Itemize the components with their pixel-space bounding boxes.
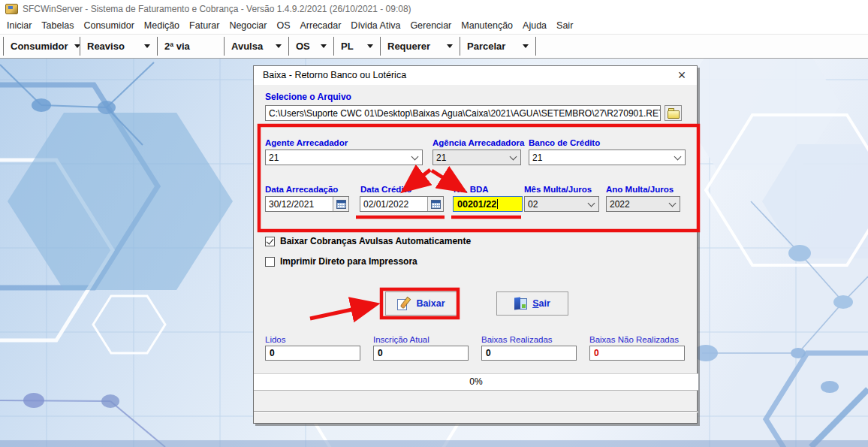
chevron-down-icon[interactable] bbox=[584, 197, 598, 211]
toolbar-button-2a-via[interactable]: 2ª via bbox=[158, 36, 224, 56]
checkbox-box[interactable] bbox=[265, 237, 275, 246]
pencil-document-icon bbox=[397, 297, 411, 310]
calendar-icon bbox=[431, 200, 441, 209]
data-arrecadacao-field[interactable]: 30/12/2021 bbox=[265, 196, 349, 212]
dialog-title: Baixa - Retorno Banco ou Lotérica bbox=[263, 70, 406, 80]
ano-multa-combobox[interactable]: 2022 bbox=[606, 196, 680, 212]
dialog-baixa-retorno: Baixa - Retorno Banco ou Lotérica × Sele… bbox=[253, 65, 698, 424]
text-cursor bbox=[497, 199, 498, 209]
close-icon[interactable]: × bbox=[673, 67, 691, 83]
agencia-value: 21 bbox=[433, 153, 506, 163]
checkbox-box[interactable] bbox=[265, 257, 275, 267]
banco-label: Banco de Crédito bbox=[529, 138, 600, 147]
toolbar-button-label: Consumidor bbox=[11, 41, 68, 52]
chevron-down-icon[interactable] bbox=[408, 150, 422, 165]
chevron-down-icon[interactable] bbox=[506, 150, 520, 165]
toolbar-button-requerer[interactable]: Requerer bbox=[381, 36, 460, 56]
mes-multa-combobox[interactable]: 02 bbox=[524, 196, 599, 212]
menu-item-os[interactable]: OS bbox=[276, 20, 290, 31]
chevron-down-icon[interactable] bbox=[671, 150, 685, 165]
menu-item-sair[interactable]: Sair bbox=[556, 20, 573, 31]
agente-value: 21 bbox=[266, 153, 408, 163]
mes-multa-value: 02 bbox=[525, 199, 584, 210]
toolbar: Consumidor Reaviso 2ª via Avulsa OS PL bbox=[0, 34, 868, 59]
baixar-button-label: Baixar bbox=[416, 298, 445, 309]
toolbar-button-consumidor[interactable]: Consumidor bbox=[4, 36, 80, 56]
agente-combobox[interactable]: 21 bbox=[265, 150, 423, 165]
menu-bar: Iniciar Tabelas Consumidor Medição Fatur… bbox=[0, 17, 868, 34]
agencia-label: Agência Arrecadadora bbox=[432, 138, 524, 147]
menu-item-medicao[interactable]: Medição bbox=[144, 20, 179, 31]
dropdown-arrow-icon bbox=[367, 44, 373, 48]
sair-button-label: Sair bbox=[532, 298, 550, 309]
toolbar-button-label: 2ª via bbox=[164, 41, 190, 52]
calendar-button[interactable] bbox=[333, 197, 348, 211]
dialog-titlebar[interactable]: Baixa - Retorno Banco ou Lotérica × bbox=[254, 66, 697, 86]
toolbar-button-avulsa[interactable]: Avulsa bbox=[225, 36, 288, 56]
browse-button[interactable] bbox=[665, 105, 682, 121]
toolbar-separator bbox=[535, 37, 536, 56]
divider bbox=[254, 411, 698, 412]
dropdown-arrow-icon bbox=[144, 44, 150, 48]
ano-multa-label: Ano Multa/Juros bbox=[606, 185, 674, 194]
toolbar-button-label: OS bbox=[296, 41, 310, 52]
file-label: Selecione o Arquivo bbox=[265, 92, 351, 102]
data-arrecadacao-value: 30/12/2021 bbox=[266, 199, 333, 210]
menu-item-iniciar[interactable]: Iniciar bbox=[7, 20, 32, 31]
dropdown-arrow-icon bbox=[447, 44, 453, 48]
data-credito-value: 02/01/2022 bbox=[360, 199, 427, 210]
lidos-label: Lidos bbox=[265, 335, 286, 344]
data-arrecadacao-label: Data Arrecadação bbox=[265, 185, 338, 194]
dropdown-arrow-icon bbox=[276, 44, 282, 48]
agente-label: Agente Arrecadador bbox=[265, 138, 348, 147]
ano-multa-value: 2022 bbox=[607, 199, 665, 210]
calendar-icon bbox=[336, 200, 346, 209]
baixas-nao-realizadas-label: Baixas Não Realizadas bbox=[589, 335, 679, 344]
inscricao-atual-field: 0 bbox=[373, 346, 469, 361]
no-bda-input[interactable]: 00201/22 bbox=[453, 196, 523, 212]
toolbar-button-label: Requerer bbox=[387, 41, 430, 52]
baixas-realizadas-field: 0 bbox=[481, 346, 577, 361]
checkbox-label: Baixar Cobranças Avulsas Automaticamente bbox=[280, 236, 471, 246]
toolbar-button-label: Reaviso bbox=[87, 41, 125, 52]
toolbar-button-pl[interactable]: PL bbox=[334, 36, 380, 56]
toolbar-button-label: PL bbox=[341, 41, 354, 52]
no-bda-value: 00201/22 bbox=[457, 199, 496, 210]
menu-item-manutencao[interactable]: Manutenção bbox=[461, 20, 513, 31]
toolbar-button-label: Avulsa bbox=[231, 41, 263, 52]
menu-item-divida-ativa[interactable]: Dívida Ativa bbox=[351, 20, 400, 31]
mes-multa-label: Mês Multa/Juros bbox=[524, 185, 592, 194]
menu-item-arrecadar[interactable]: Arrecadar bbox=[300, 20, 341, 31]
banco-value: 21 bbox=[529, 153, 671, 163]
data-credito-label: Data Crédito bbox=[360, 185, 411, 194]
baixar-button[interactable]: Baixar bbox=[385, 291, 457, 316]
dropdown-arrow-icon bbox=[321, 44, 327, 48]
app-window: SFCWinServer - Sistema de Faturamento e … bbox=[0, 0, 868, 447]
dropdown-arrow-icon bbox=[523, 44, 529, 48]
sair-button[interactable]: Sair bbox=[496, 291, 568, 316]
data-credito-field[interactable]: 02/01/2022 bbox=[360, 196, 444, 212]
calendar-button[interactable] bbox=[427, 197, 443, 211]
checkbox-imprimir-direto[interactable]: Imprimir Direto para Impressora bbox=[265, 256, 417, 267]
menu-item-tabelas[interactable]: Tabelas bbox=[41, 20, 74, 31]
baixas-realizadas-label: Baixas Realizadas bbox=[481, 335, 553, 344]
window-titlebar: SFCWinServer - Sistema de Faturamento e … bbox=[0, 0, 868, 17]
toolbar-button-os[interactable]: OS bbox=[289, 36, 333, 56]
exit-door-icon bbox=[514, 297, 527, 310]
toolbar-button-parcelar[interactable]: Parcelar bbox=[460, 36, 535, 56]
chevron-down-icon[interactable] bbox=[665, 197, 680, 211]
open-folder-icon bbox=[668, 110, 680, 119]
menu-item-ajuda[interactable]: Ajuda bbox=[523, 20, 547, 31]
checkbox-baixar-avulsas[interactable]: Baixar Cobranças Avulsas Automaticamente bbox=[265, 236, 471, 246]
inscricao-atual-label: Inscrição Atual bbox=[373, 335, 429, 344]
toolbar-button-label: Parcelar bbox=[467, 41, 505, 52]
menu-item-negociar[interactable]: Negociar bbox=[229, 20, 267, 31]
agencia-combobox[interactable]: 21 bbox=[432, 150, 521, 165]
banco-combobox[interactable]: 21 bbox=[529, 150, 686, 165]
checkbox-label: Imprimir Direto para Impressora bbox=[280, 256, 417, 267]
menu-item-gerenciar[interactable]: Gerenciar bbox=[410, 20, 451, 31]
menu-item-faturar[interactable]: Faturar bbox=[189, 20, 219, 31]
file-path-input[interactable]: C:\Users\Suporte CWC 01\Desktop\Baixas A… bbox=[265, 105, 661, 121]
toolbar-button-reaviso[interactable]: Reaviso bbox=[80, 36, 157, 56]
menu-item-consumidor[interactable]: Consumidor bbox=[83, 20, 134, 31]
